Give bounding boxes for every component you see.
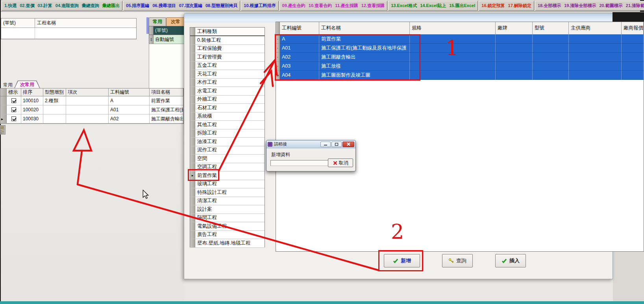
auto-number-row[interactable]: 自動編號 (154, 35, 189, 44)
check-icon (502, 258, 507, 263)
popup-title-bar[interactable]: 請稍後 (266, 140, 355, 148)
column-header[interactable]: 項次 (66, 88, 109, 96)
column-header-docno[interactable]: (單號) (1, 18, 35, 28)
row-grip (0, 105, 7, 114)
insert-button[interactable]: 插入 (495, 254, 526, 267)
toolbar-item[interactable]: 10.根據工料排序 (244, 3, 276, 9)
category-row[interactable]: 玻璃工程 (190, 180, 265, 189)
category-row[interactable]: 系統櫃 (190, 112, 265, 121)
empty-cell (410, 62, 496, 71)
toolbar-item[interactable]: 13.Excel格式 (391, 3, 417, 9)
close-button[interactable] (342, 142, 354, 147)
minimize-button[interactable] (320, 142, 331, 147)
column-header[interactable]: 工料編號 (109, 88, 150, 96)
category-row[interactable]: 其他工程 (190, 121, 265, 129)
row-grip (190, 45, 195, 53)
query-button[interactable]: 查詢 (442, 254, 473, 267)
checkbox[interactable] (11, 98, 16, 103)
column-header[interactable]: 廠牌 (496, 22, 533, 35)
tab-common[interactable]: 常用 (3, 82, 13, 88)
column-header[interactable]: 型號 (533, 22, 569, 35)
column-header[interactable]: 排序 (21, 88, 43, 96)
column-header[interactable]: 項目名稱 (150, 88, 183, 96)
category-row[interactable]: 電氣設備工程 (190, 222, 265, 231)
category-row[interactable]: 工程管理費 (190, 53, 265, 62)
toolbar-item[interactable]: 05.排序重編 (126, 3, 149, 9)
toolbar-item[interactable]: 03.計算 (37, 3, 52, 9)
category-row[interactable]: 特殊設計工程 (190, 188, 265, 197)
toolbar-item[interactable]: 02.查價 (20, 3, 34, 9)
toolbar-item[interactable]: 17.解除鎖定 (508, 3, 531, 9)
table-row[interactable]: 1000102.種類A前置作業 (0, 96, 183, 105)
toolbar-item[interactable]: 11.產生採購 (335, 3, 358, 9)
window-gap (613, 12, 644, 22)
toolbar-item[interactable]: 21.清除範圍標示 (626, 3, 644, 9)
toolbar-item[interactable]: 06.搜尋項目 (152, 3, 176, 9)
toolbar-item[interactable]: 1.快選 (4, 3, 17, 9)
row-grip (190, 222, 195, 230)
checkbox[interactable] (11, 107, 16, 112)
toolbar-item[interactable]: 04.進階查詢 (56, 3, 79, 9)
toolbar-item[interactable]: 19.清除全部標示 (564, 3, 596, 9)
row-grip (190, 62, 195, 70)
mark-cell[interactable] (7, 114, 21, 123)
category-row[interactable]: 天花工程 (190, 70, 265, 79)
category-row[interactable]: 泥作工程 (190, 146, 265, 155)
column-header[interactable]: 標示 (7, 88, 21, 96)
table-row[interactable]: 100020A01施工保護工程(施 (0, 105, 183, 114)
category-row[interactable]: 外牆工程 (190, 96, 265, 104)
empty-cell[interactable] (35, 28, 136, 39)
column-header[interactable]: 工料名稱 (319, 22, 410, 35)
empty-cell (533, 53, 569, 62)
column-header[interactable]: 工料編號 (280, 22, 319, 35)
row-grip (0, 96, 7, 105)
row-grip (190, 146, 195, 155)
toolbar-item[interactable]: 20.範圍標示 (599, 3, 622, 9)
toolbar-item[interactable]: 彙總查詢 (82, 3, 99, 9)
category-row[interactable]: 油漆工程 (190, 138, 265, 146)
toolbar-item[interactable]: 07.項次重編 (179, 3, 202, 9)
row-grip (190, 129, 195, 138)
category-row[interactable]: 壁布.壁紙.地磚.地毯工程 (190, 239, 265, 248)
column-header[interactable]: 廠商報價 (622, 22, 644, 35)
category-row[interactable]: 工程保險費 (190, 45, 265, 53)
toolbar-item[interactable]: 14.Excel貼上 (420, 3, 446, 9)
category-row[interactable]: 五金工程 (190, 62, 265, 70)
category-label: 設計案 (195, 205, 265, 214)
toolbar-item[interactable]: 彙總匯出 (102, 3, 120, 9)
column-header[interactable]: 主供應商 (569, 22, 622, 35)
tab-less-common[interactable]: 次常 (166, 17, 185, 26)
category-row[interactable]: 拆除工程 (190, 129, 265, 138)
toolbar-item[interactable]: 10.查看合約 (309, 3, 332, 9)
table-row[interactable]: ▸100030A02施工圍籬含輸出 (0, 114, 183, 123)
category-row[interactable]: 木作工程 (190, 79, 265, 87)
toolbar-item[interactable]: 09.產生合約 (282, 3, 305, 9)
column-header[interactable]: 型態層別 (43, 88, 66, 96)
category-row[interactable]: 隔間工程 (190, 214, 265, 223)
maximize-button[interactable] (331, 142, 342, 147)
category-row[interactable]: 設計案 (190, 205, 265, 214)
empty-cell[interactable] (1, 28, 35, 39)
toolbar-item[interactable]: 12.查看採購 (361, 3, 385, 9)
category-row[interactable]: 石材工程 (190, 104, 265, 112)
toolbar-item[interactable]: 15.匯出Excel (449, 3, 475, 9)
tab-less-common-active[interactable]: 次常用 (14, 81, 40, 88)
category-row[interactable]: 0.裝修工程 (190, 36, 265, 45)
mark-cell[interactable] (7, 96, 21, 105)
category-row[interactable]: 廣告工程 (190, 231, 265, 240)
category-row[interactable]: 水電工程 (190, 87, 265, 96)
category-row[interactable]: 清潔工程 (190, 197, 265, 206)
toolbar-group: 05.排序重編06.搜尋項目07.項次重編08.型態層別拷貝 (123, 1, 240, 11)
category-row[interactable]: 空間 (190, 155, 265, 163)
toolbar-item[interactable]: 18.全部標示 (538, 3, 561, 9)
toolbar-item[interactable]: 16.鎖定預算 (481, 3, 505, 9)
checkbox[interactable] (11, 116, 16, 121)
toolbar-item[interactable]: 08.型態層別拷貝 (205, 3, 237, 9)
column-header-project-name[interactable]: 工程名稱 (35, 18, 136, 28)
row-grip-header (190, 28, 195, 35)
tab-common[interactable]: 常用 (149, 17, 166, 26)
column-header[interactable]: 規格 (410, 22, 496, 35)
category-label: 石材工程 (195, 104, 265, 112)
cancel-button[interactable]: 取消 (328, 158, 353, 167)
mark-cell[interactable] (7, 105, 21, 114)
